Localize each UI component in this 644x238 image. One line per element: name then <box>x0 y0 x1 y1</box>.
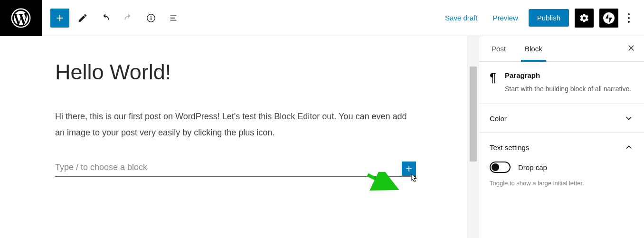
redo-button[interactable] <box>119 9 138 28</box>
drop-cap-toggle[interactable] <box>490 162 511 173</box>
save-draft-button[interactable]: Save draft <box>440 10 482 26</box>
cursor-pointer-icon <box>410 173 419 185</box>
color-panel-title: Color <box>490 114 507 123</box>
block-type-description: Start with the building block of all nar… <box>505 84 631 94</box>
plugin-button[interactable] <box>599 9 618 28</box>
tab-post[interactable]: Post <box>488 36 510 62</box>
preview-button[interactable]: Preview <box>488 10 522 26</box>
plugin-icon <box>603 12 615 24</box>
chevron-down-icon <box>624 114 634 123</box>
block-type-panel: ¶ Paragraph Start with the building bloc… <box>479 62 644 104</box>
pencil-icon <box>77 13 88 23</box>
details-button[interactable] <box>142 9 161 28</box>
undo-button[interactable] <box>96 9 115 28</box>
more-options-button[interactable] <box>624 10 634 27</box>
undo-icon <box>100 13 111 23</box>
plus-icon <box>404 164 414 173</box>
wordpress-icon <box>11 8 31 28</box>
post-title[interactable]: Hello World! <box>55 60 416 85</box>
tab-block[interactable]: Block <box>521 36 546 62</box>
svg-point-4 <box>603 12 615 24</box>
text-settings-panel: Text settings Drop cap Toggle to show a … <box>479 133 644 196</box>
dot-icon <box>628 21 630 23</box>
editor-topbar: Save draft Preview Publish <box>0 0 644 36</box>
toggle-knob <box>492 163 499 171</box>
block-appender[interactable]: Type / to choose a block <box>55 162 416 177</box>
outline-button[interactable] <box>164 9 183 28</box>
dot-icon <box>628 13 630 15</box>
block-type-name: Paragraph <box>505 71 631 79</box>
editor-scrollbar[interactable] <box>467 36 479 238</box>
dot-icon <box>628 17 630 19</box>
sidebar-tabs: Post Block <box>479 36 644 62</box>
text-settings-header[interactable]: Text settings <box>490 143 634 152</box>
svg-point-2 <box>151 16 152 17</box>
toolbar-left <box>50 9 183 28</box>
wordpress-logo[interactable] <box>0 0 42 36</box>
toolbar-right: Save draft Preview Publish <box>440 9 644 28</box>
editor-canvas[interactable]: Hello World! Hi there, this is our first… <box>0 36 467 238</box>
svg-line-6 <box>368 175 393 187</box>
chevron-up-icon <box>624 143 634 152</box>
publish-button[interactable]: Publish <box>529 9 569 27</box>
paragraph-block-icon: ¶ <box>490 71 496 94</box>
drop-cap-hint: Toggle to show a large initial letter. <box>490 180 634 187</box>
color-panel[interactable]: Color <box>479 104 644 133</box>
annotation-arrow-addblock <box>366 172 399 191</box>
toggle-block-inserter-button[interactable] <box>50 9 69 28</box>
scrollbar-thumb[interactable] <box>470 67 477 162</box>
close-icon <box>627 44 635 52</box>
redo-icon <box>123 13 133 23</box>
text-settings-title: Text settings <box>490 143 529 152</box>
editor-main: Hello World! Hi there, this is our first… <box>0 36 644 238</box>
edit-tools-button[interactable] <box>73 9 92 28</box>
close-sidebar-button[interactable] <box>627 44 635 54</box>
paragraph-block[interactable]: Hi there, this is our first post on Word… <box>55 108 416 141</box>
settings-sidebar: Post Block ¶ Paragraph Start with the bu… <box>479 36 644 238</box>
plus-icon <box>55 13 65 23</box>
drop-cap-label: Drop cap <box>518 163 547 171</box>
info-icon <box>146 13 156 23</box>
svg-rect-3 <box>151 17 152 20</box>
settings-button[interactable] <box>575 9 594 28</box>
block-placeholder-text: Type / to choose a block <box>55 162 416 172</box>
list-icon <box>169 13 179 23</box>
gear-icon <box>579 13 589 23</box>
